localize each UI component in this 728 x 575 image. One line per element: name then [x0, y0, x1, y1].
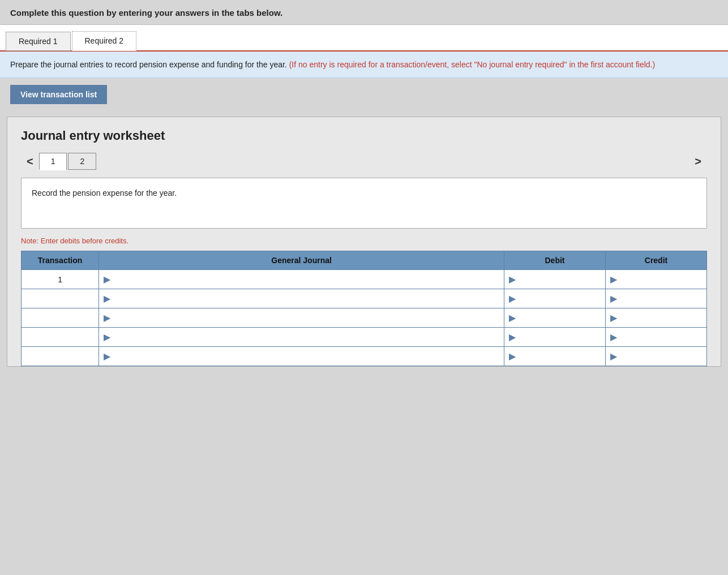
- debit-cell[interactable]: ▶: [504, 270, 606, 289]
- credit-cell[interactable]: ▶: [605, 347, 706, 366]
- credit-cell[interactable]: ▶: [605, 270, 706, 289]
- nav-left-button[interactable]: <: [21, 153, 39, 169]
- debit-input[interactable]: [518, 352, 601, 361]
- journal-cell[interactable]: ▶: [99, 270, 504, 289]
- tab-required-2[interactable]: Required 2: [72, 31, 137, 51]
- debit-cell[interactable]: ▶: [504, 308, 606, 328]
- banner-text: Complete this question by entering your …: [10, 8, 282, 18]
- top-banner: Complete this question by entering your …: [0, 0, 728, 25]
- transaction-cell: [22, 289, 99, 308]
- debit-input[interactable]: [518, 314, 601, 323]
- arrow-icon: ▶: [610, 351, 617, 362]
- credit-input[interactable]: [619, 275, 702, 284]
- transaction-cell: 1: [22, 270, 99, 289]
- debit-input[interactable]: [518, 333, 601, 342]
- arrow-icon: ▶: [610, 293, 617, 304]
- arrow-icon: ▶: [104, 274, 110, 285]
- credit-input[interactable]: [619, 314, 702, 323]
- nav-right-button[interactable]: >: [689, 153, 707, 169]
- col-header-transaction: Transaction: [22, 251, 99, 270]
- arrow-icon: ▶: [509, 293, 516, 304]
- journal-input[interactable]: [113, 333, 469, 342]
- table-row: ▶▶▶: [22, 328, 707, 347]
- arrow-icon: ▶: [104, 351, 110, 362]
- transaction-cell: [22, 308, 99, 328]
- credit-cell[interactable]: ▶: [605, 289, 706, 308]
- journal-input[interactable]: [113, 275, 469, 284]
- debit-input[interactable]: [518, 294, 601, 303]
- worksheet-container: Journal entry worksheet < 1 2 > Record t…: [7, 117, 721, 367]
- journal-cell[interactable]: ▶: [99, 289, 504, 308]
- note-text: Note: Enter debits before credits.: [21, 237, 707, 245]
- credit-input[interactable]: [619, 352, 702, 361]
- credit-cell[interactable]: ▶: [605, 328, 706, 347]
- credit-cell[interactable]: ▶: [605, 308, 706, 328]
- tabs-area: Required 1 Required 2: [0, 25, 728, 52]
- transaction-cell: [22, 328, 99, 347]
- arrow-icon: ▶: [509, 332, 516, 342]
- entry-tab-1[interactable]: 1: [39, 153, 67, 170]
- transaction-cell: [22, 347, 99, 366]
- debit-input[interactable]: [518, 275, 601, 284]
- table-row: ▶▶▶: [22, 347, 707, 366]
- col-header-journal: General Journal: [99, 251, 504, 270]
- arrow-icon: ▶: [104, 332, 110, 342]
- arrow-icon: ▶: [104, 293, 110, 304]
- journal-cell[interactable]: ▶: [99, 308, 504, 328]
- entry-navigation: < 1 2 >: [21, 152, 707, 170]
- journal-cell[interactable]: ▶: [99, 347, 504, 366]
- table-row: ▶▶▶: [22, 308, 707, 328]
- instruction-area: Prepare the journal entries to record pe…: [0, 52, 728, 78]
- credit-input[interactable]: [619, 333, 702, 342]
- debit-cell[interactable]: ▶: [504, 289, 606, 308]
- col-header-credit: Credit: [605, 251, 706, 270]
- col-header-debit: Debit: [504, 251, 606, 270]
- table-row: 1▶▶▶: [22, 270, 707, 289]
- journal-input[interactable]: [113, 314, 469, 323]
- tab-required-1[interactable]: Required 1: [6, 32, 71, 51]
- entry-tab-2[interactable]: 2: [68, 153, 96, 170]
- journal-cell[interactable]: ▶: [99, 328, 504, 347]
- debit-cell[interactable]: ▶: [504, 347, 606, 366]
- arrow-icon: ▶: [509, 274, 516, 285]
- arrow-icon: ▶: [610, 332, 617, 342]
- description-text: Record the pension expense for the year.: [32, 188, 177, 198]
- credit-input[interactable]: [619, 294, 702, 303]
- arrow-icon: ▶: [610, 274, 617, 285]
- instruction-main: Prepare the journal entries to record pe…: [10, 60, 287, 69]
- table-row: ▶▶▶: [22, 289, 707, 308]
- tabs-row: Required 1 Required 2: [0, 25, 728, 50]
- journal-input[interactable]: [113, 294, 469, 303]
- debit-cell[interactable]: ▶: [504, 328, 606, 347]
- arrow-icon: ▶: [610, 312, 617, 323]
- instruction-red: (If no entry is required for a transacti…: [289, 60, 655, 69]
- arrow-icon: ▶: [104, 312, 110, 323]
- arrow-icon: ▶: [509, 312, 516, 323]
- worksheet-title: Journal entry worksheet: [21, 128, 707, 143]
- journal-input[interactable]: [113, 352, 469, 361]
- journal-table: Transaction General Journal Debit Credit…: [21, 251, 707, 366]
- arrow-icon: ▶: [509, 351, 516, 362]
- view-transaction-button[interactable]: View transaction list: [10, 85, 107, 104]
- description-box: Record the pension expense for the year.: [21, 178, 707, 229]
